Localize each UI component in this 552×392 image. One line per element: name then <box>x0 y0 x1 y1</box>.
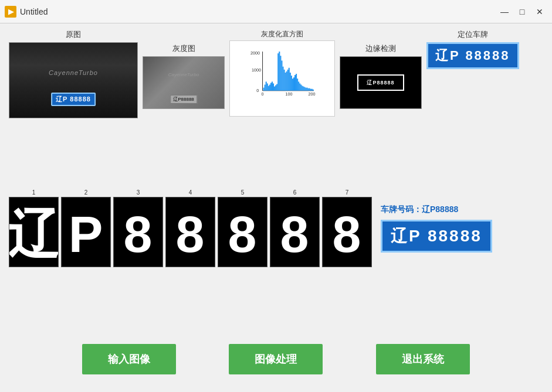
original-image: CayenneTurbo 辽P 88888 <box>9 42 138 118</box>
svg-rect-43 <box>305 88 306 91</box>
svg-rect-18 <box>275 86 276 91</box>
svg-rect-38 <box>299 83 300 90</box>
exit-system-button[interactable]: 退出系统 <box>376 344 470 374</box>
svg-rect-29 <box>289 68 290 91</box>
plate-result-display: 辽P 88888 <box>381 220 492 253</box>
svg-rect-8 <box>263 88 265 91</box>
svg-rect-34 <box>294 75 296 91</box>
svg-rect-16 <box>273 83 274 90</box>
svg-rect-15 <box>272 81 273 90</box>
char-number-2: 2 <box>84 189 88 196</box>
char-number-7: 7 <box>346 189 349 196</box>
main-content: 原图 CayenneTurbo 辽P 88888 灰度图 CayenneTurb… <box>0 23 552 392</box>
svg-rect-32 <box>292 79 293 91</box>
char-number-3: 3 <box>137 189 140 196</box>
middle-section: 1 辽 2 P 3 <box>9 121 543 335</box>
svg-rect-20 <box>277 53 279 91</box>
char-number-5: 5 <box>241 189 245 196</box>
svg-rect-35 <box>296 74 297 91</box>
gray-image: CayenneTurbo 辽P88888 <box>143 56 225 109</box>
svg-rect-27 <box>286 71 287 91</box>
histogram-box: 2000 1000 0 0 100 200 <box>229 40 335 117</box>
svg-rect-10 <box>266 81 267 90</box>
svg-rect-31 <box>291 76 292 91</box>
svg-rect-13 <box>269 84 270 90</box>
char-number-6: 6 <box>293 189 297 196</box>
app-icon: ▶ <box>5 6 16 18</box>
svg-text:8: 8 <box>124 205 153 263</box>
svg-rect-48 <box>311 89 313 91</box>
svg-rect-21 <box>279 52 280 91</box>
svg-rect-11 <box>267 83 268 90</box>
svg-rect-17 <box>274 87 275 91</box>
button-section: 输入图像 图像处理 退出系统 <box>9 338 543 380</box>
svg-text:8: 8 <box>228 205 257 263</box>
svg-text:8: 8 <box>280 205 309 263</box>
gray-label: 灰度图 <box>172 43 195 54</box>
char-box-6: 6 8 <box>270 189 320 267</box>
svg-text:0: 0 <box>261 91 263 97</box>
title-bar: ▶ Untitled — □ ✕ <box>0 0 552 23</box>
svg-text:8: 8 <box>333 205 361 263</box>
minimize-button[interactable]: — <box>497 5 512 18</box>
top-images-row: 原图 CayenneTurbo 辽P 88888 灰度图 CayenneTurb… <box>9 29 543 118</box>
edge-plate-text: 辽P88888 <box>367 79 394 87</box>
svg-text:8: 8 <box>176 205 205 263</box>
svg-rect-44 <box>307 88 308 91</box>
original-label: 原图 <box>66 29 81 40</box>
edge-image: 辽P88888 <box>340 56 422 109</box>
svg-rect-33 <box>293 77 294 91</box>
plate-located: 辽P 88888 <box>426 42 519 69</box>
maximize-button[interactable]: □ <box>514 5 530 18</box>
svg-text:200: 200 <box>309 91 316 97</box>
char-box-4: 4 8 <box>165 189 215 267</box>
locate-label: 定位车牌 <box>458 29 488 40</box>
located-container: 定位车牌 辽P 88888 <box>426 29 519 69</box>
char-segments: 1 辽 2 P 3 <box>9 189 372 267</box>
plate-number-label: 车牌号码：辽P88888 <box>381 204 458 215</box>
result-panel: 车牌号码：辽P88888 辽P 88888 <box>381 204 492 253</box>
svg-rect-24 <box>282 67 283 91</box>
input-image-button[interactable]: 输入图像 <box>82 344 176 374</box>
close-button[interactable]: ✕ <box>532 5 547 18</box>
char-number-1: 1 <box>32 189 36 196</box>
histogram-container: 灰度化直方图 2000 1000 0 0 100 200 <box>229 29 335 117</box>
svg-rect-46 <box>309 88 310 91</box>
window-title: Untitled <box>20 7 48 16</box>
license-plate-original: 辽P 88888 <box>51 93 96 106</box>
svg-rect-47 <box>310 89 311 91</box>
svg-rect-45 <box>308 88 309 91</box>
svg-rect-14 <box>270 83 272 90</box>
svg-rect-22 <box>280 56 281 91</box>
svg-rect-30 <box>290 73 291 91</box>
svg-rect-36 <box>297 79 298 91</box>
svg-rect-19 <box>276 84 277 90</box>
svg-rect-23 <box>281 60 282 90</box>
svg-rect-28 <box>287 70 289 91</box>
title-bar-left: ▶ Untitled <box>5 6 48 18</box>
window-controls: — □ ✕ <box>497 5 547 18</box>
svg-text:1000: 1000 <box>252 67 261 73</box>
svg-rect-39 <box>300 84 302 90</box>
gray-car-logo: CayenneTurbo <box>168 72 199 77</box>
char-box-2: 2 P <box>61 189 111 267</box>
svg-text:2000: 2000 <box>250 50 260 56</box>
car-logo: CayenneTurbo <box>49 69 98 76</box>
char-box-1: 1 辽 <box>9 189 59 267</box>
edge-plate-outline: 辽P88888 <box>357 74 404 91</box>
gray-plate: 辽P88888 <box>170 95 197 104</box>
svg-rect-37 <box>298 81 299 90</box>
svg-rect-12 <box>268 86 269 91</box>
char-box-3: 3 8 <box>113 189 163 267</box>
edge-label: 边缘检测 <box>365 43 396 54</box>
gray-image-container: 灰度图 CayenneTurbo 辽P88888 <box>143 43 225 109</box>
svg-rect-41 <box>303 87 304 91</box>
histogram-svg: 2000 1000 0 0 100 200 <box>250 47 317 101</box>
svg-rect-25 <box>284 70 285 91</box>
svg-rect-40 <box>302 86 303 91</box>
svg-rect-26 <box>285 73 286 91</box>
svg-rect-9 <box>265 84 266 90</box>
process-image-button[interactable]: 图像处理 <box>229 344 323 374</box>
histogram-label: 灰度化直方图 <box>261 29 303 39</box>
char-number-4: 4 <box>189 189 192 196</box>
